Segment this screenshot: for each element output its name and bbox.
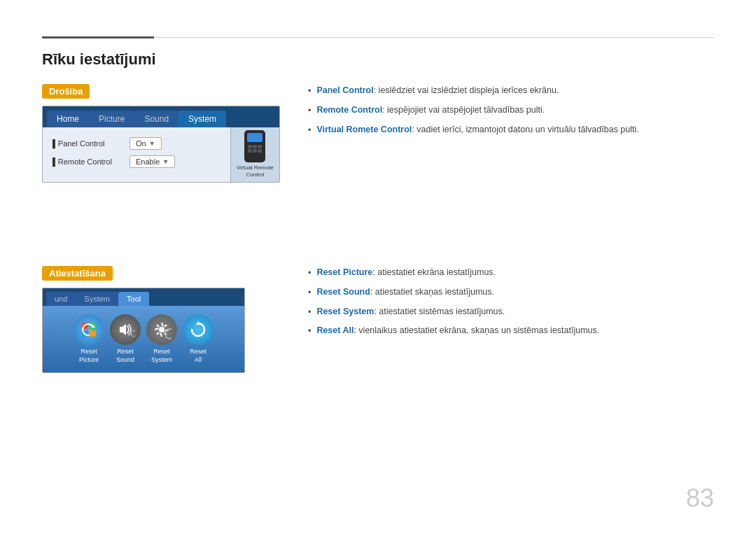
- phone-icon: [244, 130, 265, 162]
- reset-badge: Atiestatīšana: [42, 266, 113, 281]
- tab-sound[interactable]: Sound: [134, 111, 178, 127]
- security-section: Drošiba Home Picture Sound System ▌Panel…: [42, 84, 280, 183]
- tab-system[interactable]: System: [76, 292, 118, 306]
- tab-tool[interactable]: Tool: [118, 292, 149, 306]
- system-svg: [152, 320, 172, 339]
- bullet-reset-system-text: Reset System: atiestatiet sistēmas iesta…: [316, 305, 505, 318]
- security-bullet-list: • Panel Control: ieslēdziet vai izslēdzi…: [308, 84, 714, 136]
- reset-sound-icon: [110, 314, 141, 345]
- top-decorative-lines: [42, 36, 714, 38]
- bullet-panel-control-text: Panel Control: ieslēdziet vai izslēdziet…: [316, 84, 559, 97]
- security-menu-tabs: Home Picture Sound System: [43, 106, 279, 127]
- reset-menu-tabs: und System Tool: [43, 288, 244, 306]
- panel-control-select[interactable]: On ▼: [130, 137, 162, 150]
- bullet-panel-control: • Panel Control: ieslēdziet vai izslēdzi…: [308, 84, 714, 98]
- panel-control-label: ▌Panel Control: [52, 139, 130, 148]
- remote-control-label: ▌Remote Control: [52, 157, 130, 166]
- remote-control-arrow: ▼: [162, 158, 169, 165]
- phone-buttons: [248, 145, 262, 153]
- reset-picture-item: ResetPicture: [74, 314, 104, 364]
- security-menu-content: ▌Panel Control On ▼ ▌Remote Control Enab…: [43, 127, 279, 182]
- bullet-reset-picture: • Reset Picture: atiestatiet ekrāna iest…: [308, 266, 714, 280]
- reset-sound-label: ResetSound: [116, 348, 134, 364]
- tab-home[interactable]: Home: [47, 111, 89, 127]
- svg-point-10: [159, 327, 164, 332]
- term-reset-picture: Reset Picture: [316, 267, 372, 277]
- phone-btn: [258, 149, 262, 153]
- term-reset-all: Reset All: [316, 325, 354, 335]
- picture-svg: [79, 320, 99, 339]
- virtual-remote-label: Virtual RemoteControl: [237, 164, 274, 179]
- tab-system[interactable]: System: [178, 111, 226, 127]
- term-reset-system: Reset System: [316, 307, 374, 316]
- bullet-remote-control-text: Remote Control: iespējojiet vai atspējoj…: [316, 104, 545, 117]
- term-panel-control: Panel Control: [316, 85, 373, 95]
- term-remote-control: Remote Control: [316, 105, 382, 115]
- bullet-dot: •: [308, 286, 311, 300]
- reset-all-item: ResetAll: [183, 314, 214, 364]
- line-light: [154, 37, 714, 38]
- reset-picture-icon: [74, 314, 104, 345]
- bullet-reset-all-text: Reset All: vienlaikus atiestatiet ekrāna…: [316, 324, 599, 337]
- tab-picture[interactable]: Picture: [89, 111, 134, 127]
- tab-und[interactable]: und: [46, 292, 76, 306]
- svg-marker-11: [163, 332, 167, 335]
- remote-control-row: ▌Remote Control Enable ▼: [52, 153, 220, 171]
- sound-svg: [115, 320, 135, 339]
- reset-description: • Reset Picture: atiestatiet ekrāna iest…: [308, 266, 714, 344]
- phone-btn: [248, 149, 252, 153]
- reset-bullet-list: • Reset Picture: atiestatiet ekrāna iest…: [308, 266, 714, 338]
- phone-btn: [258, 145, 262, 148]
- bullet-dot: •: [308, 85, 311, 98]
- bullet-reset-all: • Reset All: vienlaikus atiestatiet ekrā…: [308, 324, 714, 338]
- phone-btn: [253, 145, 257, 148]
- virtual-remote-icon-area: Virtual RemoteControl: [231, 127, 279, 182]
- phone-btn: [253, 149, 257, 153]
- reset-all-icon: [183, 314, 214, 345]
- panel-control-arrow: ▼: [149, 140, 155, 147]
- svg-marker-7: [120, 324, 126, 335]
- all-svg: [188, 320, 208, 339]
- reset-all-label: ResetAll: [190, 348, 206, 364]
- security-menu-left: ▌Panel Control On ▼ ▌Remote Control Enab…: [43, 127, 230, 182]
- bullet-reset-picture-text: Reset Picture: atiestatiet ekrāna iestat…: [316, 266, 496, 279]
- line-dark: [42, 36, 154, 38]
- bullet-dot: •: [308, 325, 311, 338]
- term-virtual-remote: Virtual Romete Control: [316, 125, 412, 134]
- panel-control-row: ▌Panel Control On ▼: [52, 134, 220, 153]
- security-description: • Panel Control: ieslēdziet vai izslēdzi…: [308, 84, 714, 142]
- reset-system-label: ResetSystem: [151, 348, 172, 364]
- reset-section: Atiestatīšana und System Tool: [42, 266, 245, 373]
- svg-rect-4: [90, 330, 96, 337]
- page-title: Rīku iestatījumi: [42, 50, 156, 69]
- reset-screenshot: und System Tool: [42, 288, 245, 373]
- bullet-reset-sound: • Reset Sound: atiestatiet skaņas iestat…: [308, 286, 714, 300]
- bullet-virtual-remote-text: Virtual Romete Control: vadiet ierīci, i…: [316, 123, 638, 136]
- phone-screen: [247, 133, 262, 142]
- bullet-reset-sound-text: Reset Sound: atiestatiet skaņas iestatīj…: [316, 286, 494, 299]
- bullet-dot: •: [308, 267, 311, 280]
- bullet-dot: •: [308, 104, 311, 118]
- bullet-dot: •: [308, 124, 311, 137]
- reset-system-item: ResetSystem: [146, 314, 177, 364]
- reset-system-icon: [146, 314, 177, 345]
- security-screenshot: Home Picture Sound System ▌Panel Control…: [42, 106, 280, 183]
- panel-control-value: On: [136, 139, 146, 148]
- security-badge: Drošiba: [42, 84, 90, 99]
- bullet-remote-control: • Remote Control: iespējojiet vai atspēj…: [308, 104, 714, 118]
- bullet-virtual-remote: • Virtual Romete Control: vadiet ierīci,…: [308, 123, 714, 137]
- bullet-dot: •: [308, 306, 311, 319]
- remote-control-value: Enable: [136, 157, 160, 166]
- reset-sound-item: ResetSound: [110, 314, 141, 364]
- page-number: 83: [686, 484, 714, 513]
- reset-menu-content: ResetPicture: [43, 306, 244, 372]
- reset-picture-label: ResetPicture: [79, 348, 99, 364]
- bullet-reset-system: • Reset System: atiestatiet sistēmas ies…: [308, 305, 714, 319]
- term-reset-sound: Reset Sound: [316, 287, 370, 297]
- remote-control-select[interactable]: Enable ▼: [130, 155, 175, 168]
- virtual-remote-area: Virtual RemoteControl: [230, 127, 279, 182]
- phone-btn: [248, 145, 252, 148]
